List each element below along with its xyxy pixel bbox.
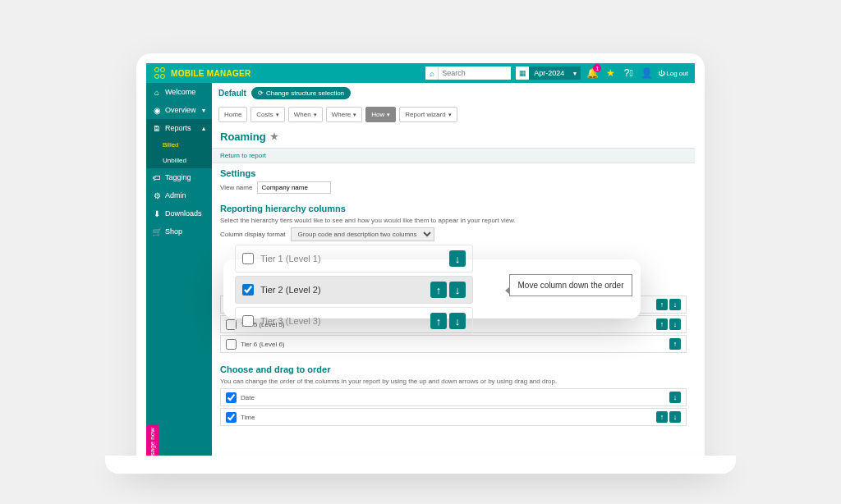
tier-row-preview: Tier 3 (Level 3) ↑ ↓ [235, 307, 473, 335]
tab-label: Costs [256, 111, 273, 118]
tier-checkbox[interactable] [226, 339, 237, 350]
sidebar-sub-unbilled[interactable]: Unbilled [146, 153, 212, 168]
sidebar-item-admin[interactable]: ⚙Admin [146, 186, 212, 204]
change-structure-button[interactable]: ⟳Change structure selection [251, 87, 351, 99]
doc-icon: 🗎 [153, 124, 161, 132]
page-title-row: Roaming ★ [212, 126, 695, 148]
search-input[interactable] [439, 66, 511, 80]
chevron-down-icon: ▾ [569, 66, 581, 80]
search-icon[interactable]: ⌕ [425, 66, 439, 80]
move-up-button[interactable]: ↑ [430, 282, 447, 298]
return-link[interactable]: Return to report [212, 148, 695, 163]
move-down-button[interactable]: ↓ [669, 318, 681, 330]
order-row[interactable]: Time↑↓ [220, 408, 687, 426]
tab-how[interactable]: How▾ [365, 107, 396, 122]
sidebar-item-label: Admin [165, 191, 186, 199]
eye-icon: ◉ [153, 106, 161, 114]
download-icon: ⬇ [153, 209, 161, 218]
tab-when[interactable]: When▾ [288, 107, 323, 122]
move-down-button[interactable]: ↓ [449, 282, 466, 298]
section-help: You can change the order of the columns … [220, 378, 687, 385]
chevron-down-icon: ▾ [353, 112, 356, 118]
sidebar-item-label: Downloads [165, 209, 202, 218]
help-icon[interactable]: ?⃝ [622, 66, 635, 80]
sidebar-item-reports[interactable]: 🗎Reports▴ [146, 119, 212, 137]
col-label: Date [241, 394, 255, 401]
move-up-button[interactable]: ↑ [430, 313, 447, 329]
page-title: Roaming [220, 131, 266, 143]
tab-label: When [294, 111, 311, 118]
tab-costs[interactable]: Costs▾ [250, 107, 284, 122]
tier-row-selected[interactable]: Tier 2 (Level 2) ↑ ↓ [235, 276, 473, 304]
sidebar-item-label: Shop [165, 227, 182, 236]
col-checkbox[interactable] [226, 412, 237, 423]
field-label: View name [220, 184, 252, 191]
tab-label: How [371, 111, 384, 118]
sidebar-item-tagging[interactable]: 🏷Tagging [146, 168, 212, 186]
section-title: Choose and drag to order [220, 364, 687, 374]
tab-wizard[interactable]: Report wizard▾ [399, 107, 457, 122]
tier-label: Tier 1 (Level 1) [260, 254, 321, 263]
tab-home[interactable]: Home [218, 107, 247, 122]
breadcrumb-label: Default [218, 89, 246, 98]
tier-label: Tier 2 (Level 2) [260, 285, 321, 295]
view-name-input[interactable] [257, 181, 331, 194]
logout-button[interactable]: ⏻Log out [658, 70, 688, 77]
sidebar-item-label: Welcome [165, 88, 195, 96]
date-selector[interactable]: ▦ Apr-2024 ▾ [516, 66, 581, 80]
move-up-button[interactable]: ↑ [669, 338, 681, 350]
col-checkbox[interactable] [226, 392, 237, 403]
notif-badge: 1 [593, 64, 601, 72]
refresh-icon: ⟳ [258, 89, 264, 97]
tier-checkbox[interactable] [242, 253, 254, 264]
move-down-button[interactable]: ↓ [449, 313, 466, 329]
tab-label: Home [224, 111, 241, 118]
chevron-down-icon: ▾ [276, 112, 279, 118]
home-icon: ⌂ [153, 88, 161, 96]
chevron-down-icon: ▾ [202, 107, 205, 114]
tier-label: Tier 6 (Level 6) [241, 341, 285, 348]
chevron-down-icon: ▾ [314, 112, 317, 118]
sidebar-item-label: Reports [165, 124, 191, 132]
sidebar-item-shop[interactable]: 🛒Shop [146, 222, 212, 241]
favorite-icon[interactable]: ★ [270, 131, 278, 142]
sidebar-item-downloads[interactable]: ⬇Downloads [146, 204, 212, 222]
order-row[interactable]: Date↓ [220, 388, 687, 406]
date-label: Apr-2024 [529, 66, 569, 80]
col-label: Time [241, 414, 255, 421]
tier-row-preview: Tier 1 (Level 1) ↓ [235, 245, 473, 273]
settings-section: Settings View name [212, 163, 695, 199]
move-down-button[interactable]: ↓ [669, 299, 681, 310]
sidebar: ⌂Welcome ◉Overview▾ 🗎Reports▴ Billed Unb… [146, 83, 212, 472]
star-icon[interactable]: ★ [604, 66, 617, 80]
tab-where[interactable]: Where▾ [326, 107, 363, 122]
tier-checkbox[interactable] [242, 284, 254, 296]
move-up-button[interactable]: ↑ [656, 299, 668, 310]
tooltip: Move column down the order [509, 274, 632, 296]
move-down-button[interactable]: ↓ [669, 392, 681, 403]
section-help: Select the hierarchy tiers would like to… [220, 217, 687, 224]
move-down-button[interactable]: ↓ [669, 411, 681, 423]
bell-icon[interactable]: 🔔1 [586, 66, 599, 80]
chevron-down-icon: ▾ [448, 112, 452, 118]
sidebar-item-label: Tagging [165, 173, 191, 181]
section-title: Reporting hierarchy columns [220, 204, 687, 213]
app-title: MOBILE MANAGER [171, 69, 251, 78]
sidebar-item-welcome[interactable]: ⌂Welcome [146, 83, 212, 101]
breadcrumb: Default ⟳Change structure selection [212, 83, 695, 103]
admin-icon: ⚙ [153, 191, 161, 199]
sidebar-item-overview[interactable]: ◉Overview▾ [146, 101, 212, 119]
tier-checkbox[interactable] [242, 315, 254, 327]
user-icon[interactable]: 👤 [640, 66, 653, 80]
tag-icon: 🏷 [153, 173, 161, 181]
order-section: Choose and drag to order You can change … [212, 360, 695, 433]
move-up-button[interactable]: ↑ [656, 411, 668, 423]
chevron-up-icon: ▴ [202, 125, 205, 132]
move-down-button[interactable]: ↓ [449, 250, 466, 267]
ee-logo [153, 66, 166, 80]
section-title: Settings [220, 168, 687, 178]
move-up-button[interactable]: ↑ [656, 318, 668, 330]
sidebar-sub-billed[interactable]: Billed [146, 137, 212, 153]
format-select[interactable]: Group code and description two columns [291, 227, 434, 241]
cart-icon: 🛒 [153, 227, 161, 236]
